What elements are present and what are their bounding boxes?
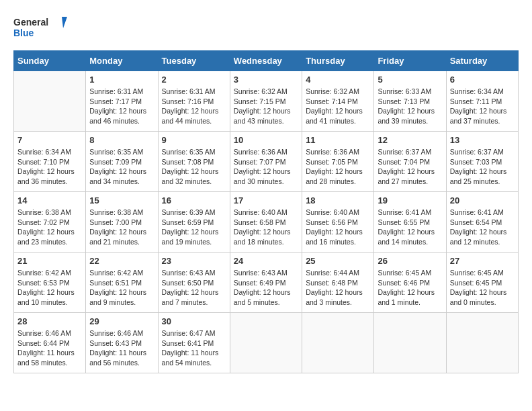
calendar-cell: 18Sunrise: 6:40 AMSunset: 6:56 PMDayligh… [302, 192, 374, 253]
day-number: 3 [234, 75, 298, 85]
calendar-cell: 11Sunrise: 6:36 AMSunset: 7:05 PMDayligh… [302, 132, 374, 192]
day-number: 17 [234, 195, 298, 205]
calendar-cell: 15Sunrise: 6:38 AMSunset: 7:00 PMDayligh… [86, 192, 158, 253]
day-number: 12 [378, 135, 442, 145]
calendar-cell [446, 313, 518, 373]
calendar-cell: 4Sunrise: 6:32 AMSunset: 7:14 PMDaylight… [302, 71, 374, 132]
day-detail: Sunrise: 6:34 AMSunset: 7:11 PMDaylight:… [450, 87, 515, 126]
day-detail: Sunrise: 6:37 AMSunset: 7:03 PMDaylight:… [450, 147, 515, 187]
day-number: 5 [378, 75, 442, 85]
day-header-monday: Monday [86, 51, 158, 71]
logo: General Blue [13, 13, 67, 44]
day-detail: Sunrise: 6:35 AMSunset: 7:08 PMDaylight:… [162, 147, 226, 187]
day-number: 25 [306, 256, 370, 266]
day-number: 23 [162, 256, 226, 266]
day-detail: Sunrise: 6:34 AMSunset: 7:10 PMDaylight:… [17, 147, 82, 187]
calendar-cell: 28Sunrise: 6:46 AMSunset: 6:44 PMDayligh… [14, 313, 86, 373]
day-number: 21 [17, 256, 82, 266]
day-header-wednesday: Wednesday [230, 51, 302, 71]
calendar-cell: 14Sunrise: 6:38 AMSunset: 7:02 PMDayligh… [14, 192, 86, 253]
calendar-cell [230, 313, 302, 373]
calendar-week-row: 1Sunrise: 6:31 AMSunset: 7:17 PMDaylight… [14, 71, 519, 132]
calendar-cell: 19Sunrise: 6:41 AMSunset: 6:55 PMDayligh… [374, 192, 446, 253]
calendar-cell: 26Sunrise: 6:45 AMSunset: 6:46 PMDayligh… [374, 253, 446, 313]
calendar-cell: 24Sunrise: 6:43 AMSunset: 6:49 PMDayligh… [230, 253, 302, 313]
svg-marker-2 [62, 17, 67, 28]
calendar-cell: 8Sunrise: 6:35 AMSunset: 7:09 PMDaylight… [86, 132, 158, 192]
day-number: 4 [306, 75, 370, 85]
calendar-cell: 13Sunrise: 6:37 AMSunset: 7:03 PMDayligh… [446, 132, 518, 192]
calendar-cell: 9Sunrise: 6:35 AMSunset: 7:08 PMDaylight… [158, 132, 230, 192]
calendar-cell: 12Sunrise: 6:37 AMSunset: 7:04 PMDayligh… [374, 132, 446, 192]
day-detail: Sunrise: 6:38 AMSunset: 7:02 PMDaylight:… [17, 208, 82, 247]
day-detail: Sunrise: 6:35 AMSunset: 7:09 PMDaylight:… [89, 147, 154, 187]
day-number: 28 [17, 316, 82, 326]
calendar-cell: 29Sunrise: 6:46 AMSunset: 6:43 PMDayligh… [86, 313, 158, 373]
day-detail: Sunrise: 6:41 AMSunset: 6:54 PMDaylight:… [450, 208, 515, 247]
day-detail: Sunrise: 6:45 AMSunset: 6:46 PMDaylight:… [378, 268, 442, 308]
calendar-cell: 6Sunrise: 6:34 AMSunset: 7:11 PMDaylight… [446, 71, 518, 132]
day-detail: Sunrise: 6:47 AMSunset: 6:41 PMDaylight:… [162, 328, 226, 368]
calendar-cell [302, 313, 374, 373]
calendar-cell: 30Sunrise: 6:47 AMSunset: 6:41 PMDayligh… [158, 313, 230, 373]
day-number: 19 [378, 195, 442, 205]
day-number: 8 [89, 135, 154, 145]
day-header-friday: Friday [374, 51, 446, 71]
day-detail: Sunrise: 6:40 AMSunset: 6:56 PMDaylight:… [306, 208, 370, 247]
calendar-cell: 5Sunrise: 6:33 AMSunset: 7:13 PMDaylight… [374, 71, 446, 132]
calendar-week-row: 21Sunrise: 6:42 AMSunset: 6:53 PMDayligh… [14, 253, 519, 313]
calendar-cell [374, 313, 446, 373]
day-detail: Sunrise: 6:43 AMSunset: 6:49 PMDaylight:… [234, 268, 298, 308]
page-header: General Blue [13, 13, 519, 44]
svg-text:General: General [13, 17, 48, 28]
day-detail: Sunrise: 6:36 AMSunset: 7:07 PMDaylight:… [234, 147, 298, 187]
day-detail: Sunrise: 6:44 AMSunset: 6:48 PMDaylight:… [306, 268, 370, 308]
day-number: 27 [450, 256, 515, 266]
calendar-week-row: 14Sunrise: 6:38 AMSunset: 7:02 PMDayligh… [14, 192, 519, 253]
day-number: 30 [162, 316, 226, 326]
day-number: 29 [89, 316, 154, 326]
day-header-sunday: Sunday [14, 51, 86, 71]
calendar-cell: 17Sunrise: 6:40 AMSunset: 6:58 PMDayligh… [230, 192, 302, 253]
day-header-saturday: Saturday [446, 51, 518, 71]
day-detail: Sunrise: 6:46 AMSunset: 6:44 PMDaylight:… [17, 328, 82, 368]
day-number: 24 [234, 256, 298, 266]
day-detail: Sunrise: 6:31 AMSunset: 7:16 PMDaylight:… [162, 87, 226, 126]
day-number: 15 [89, 195, 154, 205]
day-number: 9 [162, 135, 226, 145]
day-number: 7 [17, 135, 82, 145]
calendar-cell: 23Sunrise: 6:43 AMSunset: 6:50 PMDayligh… [158, 253, 230, 313]
day-detail: Sunrise: 6:41 AMSunset: 6:55 PMDaylight:… [378, 208, 442, 247]
day-number: 6 [450, 75, 515, 85]
calendar-cell: 1Sunrise: 6:31 AMSunset: 7:17 PMDaylight… [86, 71, 158, 132]
calendar-body: 1Sunrise: 6:31 AMSunset: 7:17 PMDaylight… [14, 71, 519, 373]
day-number: 14 [17, 195, 82, 205]
day-number: 16 [162, 195, 226, 205]
day-header-thursday: Thursday [302, 51, 374, 71]
day-number: 10 [234, 135, 298, 145]
day-detail: Sunrise: 6:33 AMSunset: 7:13 PMDaylight:… [378, 87, 442, 126]
calendar-cell: 27Sunrise: 6:45 AMSunset: 6:45 PMDayligh… [446, 253, 518, 313]
day-detail: Sunrise: 6:39 AMSunset: 6:59 PMDaylight:… [162, 208, 226, 247]
day-number: 13 [450, 135, 515, 145]
day-detail: Sunrise: 6:42 AMSunset: 6:51 PMDaylight:… [89, 268, 154, 308]
day-number: 22 [89, 256, 154, 266]
calendar-cell: 20Sunrise: 6:41 AMSunset: 6:54 PMDayligh… [446, 192, 518, 253]
day-number: 26 [378, 256, 442, 266]
calendar-week-row: 7Sunrise: 6:34 AMSunset: 7:10 PMDaylight… [14, 132, 519, 192]
day-detail: Sunrise: 6:31 AMSunset: 7:17 PMDaylight:… [89, 87, 154, 126]
day-detail: Sunrise: 6:32 AMSunset: 7:15 PMDaylight:… [234, 87, 298, 126]
day-detail: Sunrise: 6:42 AMSunset: 6:53 PMDaylight:… [17, 268, 82, 308]
day-detail: Sunrise: 6:40 AMSunset: 6:58 PMDaylight:… [234, 208, 298, 247]
day-detail: Sunrise: 6:36 AMSunset: 7:05 PMDaylight:… [306, 147, 370, 187]
day-number: 11 [306, 135, 370, 145]
day-detail: Sunrise: 6:45 AMSunset: 6:45 PMDaylight:… [450, 268, 515, 308]
day-number: 2 [162, 75, 226, 85]
calendar-cell: 3Sunrise: 6:32 AMSunset: 7:15 PMDaylight… [230, 71, 302, 132]
calendar-cell: 10Sunrise: 6:36 AMSunset: 7:07 PMDayligh… [230, 132, 302, 192]
svg-text:Blue: Blue [13, 28, 34, 38]
day-detail: Sunrise: 6:37 AMSunset: 7:04 PMDaylight:… [378, 147, 442, 187]
calendar-cell: 22Sunrise: 6:42 AMSunset: 6:51 PMDayligh… [86, 253, 158, 313]
calendar-cell [14, 71, 86, 132]
day-number: 20 [450, 195, 515, 205]
